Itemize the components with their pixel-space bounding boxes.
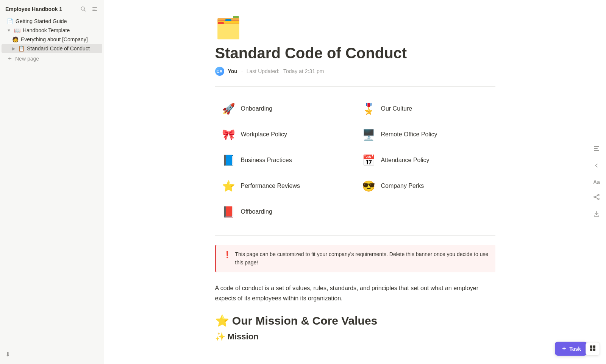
closed-book-icon: 📕 [221,204,236,219]
collapse-sidebar-button[interactable] [90,5,99,13]
callout-banner: ❗ This page can be customized to fit you… [215,245,495,272]
warning-icon: ❗ [223,250,231,259]
sidebar-item-handbook-template[interactable]: ▼ 📖 Handbook Template [2,26,102,35]
svg-rect-13 [590,345,592,348]
svg-rect-2 [92,7,97,8]
collapse-right-button[interactable] [592,161,601,172]
sidebar-item-everything-about[interactable]: 🧑 Everything about [Company] [2,35,102,44]
last-updated-value: Today at 2:31 pm [283,68,324,74]
task-button[interactable]: ＋ Task [555,342,587,356]
book-icon: 📖 [14,27,20,33]
sidebar: Employee Handbook 1 📄 Getting Started Gu… [0,0,104,364]
sidebar-item-label: Getting Started Guide [16,18,99,24]
sidebar-header-icons [79,5,99,13]
sidebar-item-standard-code[interactable]: ▶ 📋 Standard Code of Conduct [2,44,102,53]
link-business-practices[interactable]: 📘 Business Practices [215,147,355,173]
svg-rect-16 [593,348,595,351]
svg-rect-15 [590,348,592,351]
plus-icon: ＋ [7,55,13,62]
sidebar-bottom: ⬇ [0,348,104,361]
last-updated-label: Last Updated: [247,68,280,74]
link-attendance-policy[interactable]: 📅 Attendance Policy [355,147,495,173]
ribbon-icon: 🎀 [221,127,236,142]
avatar: CA [215,67,224,76]
svg-line-1 [84,10,86,11]
link-workplace-policy[interactable]: 🎀 Workplace Policy [215,122,355,147]
link-label: Our Culture [381,105,412,112]
svg-rect-3 [92,9,95,9]
link-company-perks[interactable]: 😎 Company Perks [355,173,495,199]
font-button[interactable]: Aa [592,178,601,187]
new-page-button[interactable]: ＋ New page [2,53,102,64]
svg-rect-5 [594,146,599,147]
callout-text: This page can be customized to fit your … [235,250,489,267]
task-label: Task [569,346,581,352]
chevron-right-icon: ▶ [12,46,15,51]
sidebar-header: Employee Handbook 1 [0,3,104,15]
right-toolbar: Aa [592,144,601,221]
link-label: Remote Office Policy [381,131,437,138]
svg-point-9 [594,196,595,198]
svg-point-10 [598,198,599,200]
chevron-down-icon: ▼ [7,28,11,33]
sub-heading: ✨ Mission [215,332,495,342]
search-button[interactable] [79,5,88,13]
link-offboarding[interactable]: 📕 Offboarding [215,199,355,225]
link-label: Company Perks [381,183,424,189]
clipboard-icon: 📋 [18,45,25,52]
link-label: Attendance Policy [381,157,430,164]
person-icon: 🧑 [12,36,19,42]
rocket-icon: 🚀 [221,101,236,116]
svg-line-11 [595,195,598,197]
toc-button[interactable] [592,144,601,155]
svg-rect-4 [92,10,97,11]
page-meta: CA You · Last Updated: Today at 2:31 pm [215,67,495,76]
link-performance-reviews[interactable]: ⭐ Performance Reviews [215,173,355,199]
link-label: Business Practices [241,157,292,164]
section-heading: ⭐ Our Mission & Core Values [215,314,495,327]
grid-view-button[interactable] [586,342,600,356]
export-button[interactable] [592,209,601,221]
link-label: Performance Reviews [241,183,300,189]
link-onboarding[interactable]: 🚀 Onboarding [215,96,355,122]
page-title: Standard Code of Conduct [215,44,495,62]
medal-icon: 🎖️ [361,101,376,116]
task-plus-icon: ＋ [561,345,567,353]
sidebar-item-label: Standard Code of Conduct [27,45,99,52]
divider [215,86,495,87]
author-name: You [228,68,237,74]
link-our-culture[interactable]: 🎖️ Our Culture [355,96,495,122]
link-label: Workplace Policy [241,131,287,138]
svg-rect-7 [594,150,599,151]
link-label: Onboarding [241,105,273,112]
main-content: 🗂️ Standard Code of Conduct CA You · Las… [104,0,606,364]
sidebar-title: Employee Handbook 1 [5,6,62,12]
svg-line-12 [595,197,598,198]
sidebar-item-label: Handbook Template [23,27,99,33]
svg-rect-6 [594,148,598,149]
link-label: Offboarding [241,208,272,215]
new-page-label: New page [15,56,39,62]
content-area: 🗂️ Standard Code of Conduct CA You · Las… [192,0,518,364]
monitor-icon: 🖥️ [361,127,376,142]
page-icon: 🗂️ [215,15,495,40]
sidebar-item-getting-started[interactable]: 📄 Getting Started Guide [2,17,102,26]
share-button[interactable] [592,192,601,204]
links-grid: 🚀 Onboarding 🎖️ Our Culture 🎀 Workplace … [215,96,495,225]
link-remote-office-policy[interactable]: 🖥️ Remote Office Policy [355,122,495,147]
calendar-icon: 📅 [361,153,376,168]
divider-2 [215,235,495,236]
sidebar-item-label: Everything about [Company] [21,36,99,42]
star-icon: ⭐ [221,178,236,194]
download-icon[interactable]: ⬇ [5,351,10,358]
svg-point-8 [598,194,599,196]
blue-book-icon: 📘 [221,153,236,168]
sunglasses-icon: 😎 [361,178,376,194]
doc-icon: 📄 [7,18,13,24]
svg-rect-14 [593,345,595,348]
body-text: A code of conduct is a set of values, ru… [215,283,495,303]
